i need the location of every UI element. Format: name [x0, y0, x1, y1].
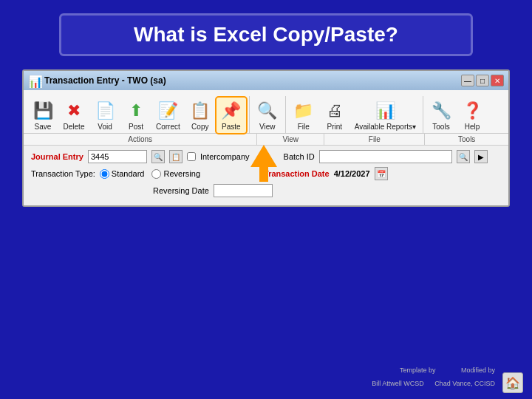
save-label: Save	[35, 123, 52, 131]
view-icon: 🔍	[256, 100, 279, 122]
paste-button[interactable]: 📌 Paste	[216, 98, 246, 133]
reports-icon: 📊	[374, 100, 396, 122]
batch-id-input[interactable]	[319, 150, 452, 163]
copy-icon: 📋	[189, 100, 211, 122]
window-icon: 📊	[28, 75, 40, 86]
post-label: Post	[129, 123, 143, 131]
ribbon-divider-3	[423, 96, 423, 133]
print-label: Print	[327, 123, 343, 131]
title-bar-left: 📊 Transaction Entry - TWO (sa)	[28, 75, 166, 86]
file-icon: 📁	[293, 100, 315, 122]
paste-arrow-indicator	[250, 145, 277, 182]
journal-entry-label: Journal Entry	[31, 152, 83, 161]
reversing-radio[interactable]: Reversing	[151, 169, 200, 179]
maximize-button[interactable]: □	[476, 75, 489, 86]
window-title: Transaction Entry - TWO (sa)	[44, 75, 166, 86]
title-bar: 📊 Transaction Entry - TWO (sa) — □ ✕	[24, 71, 508, 90]
intercompany-label: Intercompany	[200, 152, 250, 161]
correct-button[interactable]: 📝 Correct	[152, 98, 184, 133]
view-label: View	[259, 123, 276, 131]
journal-entry-input[interactable]	[88, 150, 147, 163]
batch-id-search-button[interactable]: 🔍	[457, 150, 470, 163]
view-button[interactable]: 🔍 View	[253, 98, 282, 133]
radio-group: Standard Reversing	[100, 169, 200, 179]
transaction-date-value: 4/12/2027	[334, 169, 370, 178]
arrow-stem	[259, 167, 268, 182]
ribbon-groups: Actions View File Tools	[24, 133, 508, 145]
save-button[interactable]: 💾 Save	[28, 98, 58, 133]
copy-label: Copy	[191, 123, 208, 131]
group-view: View	[257, 134, 324, 145]
copy-button[interactable]: 📋 Copy	[185, 98, 215, 133]
tools-button[interactable]: 🔧 Tools	[426, 98, 456, 133]
window: 📊 Transaction Entry - TWO (sa) — □ ✕ 💾 S…	[22, 69, 510, 207]
help-icon: ❓	[461, 100, 483, 122]
reversing-date-row: Reversing Date	[31, 184, 501, 197]
template-by-text: Template by Modified by	[372, 362, 495, 375]
file-label: File	[298, 123, 310, 131]
close-button[interactable]: ✕	[491, 75, 504, 86]
batch-id-label: Batch ID	[284, 152, 315, 161]
post-icon: ⬆	[125, 100, 147, 122]
minimize-button[interactable]: —	[461, 75, 474, 86]
available-reports-button[interactable]: 📊 Available Reports▾	[351, 98, 420, 133]
home-button[interactable]: 🏠	[502, 372, 523, 393]
group-actions: Actions	[24, 134, 257, 145]
file-button[interactable]: 📁 File	[289, 98, 318, 133]
page-title: What is Excel Copy/Paste?	[76, 23, 456, 47]
title-box: What is Excel Copy/Paste?	[59, 13, 473, 56]
delete-button[interactable]: ✖ Delete	[59, 98, 89, 133]
print-button[interactable]: 🖨 Print	[320, 98, 349, 133]
reversing-date-label: Reversing Date	[153, 186, 209, 195]
print-icon: 🖨	[324, 100, 346, 122]
ribbon-divider-1	[249, 96, 250, 133]
transaction-type-label: Transaction Type:	[31, 169, 95, 178]
ribbon-divider-2	[285, 96, 286, 133]
help-button[interactable]: ❓ Help	[457, 98, 487, 133]
void-button[interactable]: 📄 Void	[90, 98, 120, 133]
reversing-radio-label: Reversing	[163, 169, 200, 178]
save-icon: 💾	[32, 100, 54, 122]
paste-label: Paste	[222, 123, 241, 131]
void-label: Void	[98, 123, 112, 131]
help-label: Help	[465, 123, 480, 131]
calendar-button[interactable]: 📅	[375, 167, 388, 180]
delete-label: Delete	[64, 123, 85, 131]
ribbon: 💾 Save ✖ Delete 📄 Void ⬆ Post 📝 Correct …	[24, 90, 508, 146]
correct-label: Correct	[156, 123, 180, 131]
correct-icon: 📝	[157, 100, 179, 122]
footer-credits: Template by Modified by Bill Attwell WCS…	[372, 362, 495, 389]
standard-radio-input[interactable]	[100, 169, 109, 179]
void-icon: 📄	[94, 100, 116, 122]
batch-id-expand-button[interactable]: ▶	[474, 150, 488, 163]
group-tools: Tools	[425, 134, 508, 145]
credit-names: Bill Attwell WCSD Chad Vance, CCISD	[372, 375, 495, 389]
tools-icon: 🔧	[430, 100, 452, 122]
reports-label: Available Reports▾	[355, 123, 416, 131]
title-bar-buttons[interactable]: — □ ✕	[461, 75, 504, 86]
journal-entry-search-button[interactable]: 🔍	[151, 150, 165, 163]
tools-label: Tools	[432, 123, 449, 131]
group-file: File	[324, 134, 425, 145]
ribbon-toolbar: 💾 Save ✖ Delete 📄 Void ⬆ Post 📝 Correct …	[24, 90, 508, 133]
intercompany-checkbox[interactable]	[187, 152, 196, 161]
arrow-up-icon	[250, 145, 277, 167]
delete-icon: ✖	[63, 100, 85, 122]
standard-radio[interactable]: Standard	[100, 169, 145, 179]
reversing-radio-input[interactable]	[151, 169, 161, 179]
paste-icon: 📌	[220, 100, 242, 122]
journal-entry-copy-button[interactable]: 📋	[169, 150, 183, 163]
post-button[interactable]: ⬆ Post	[121, 98, 151, 133]
standard-radio-label: Standard	[112, 169, 145, 178]
reversing-date-input[interactable]	[214, 184, 273, 197]
